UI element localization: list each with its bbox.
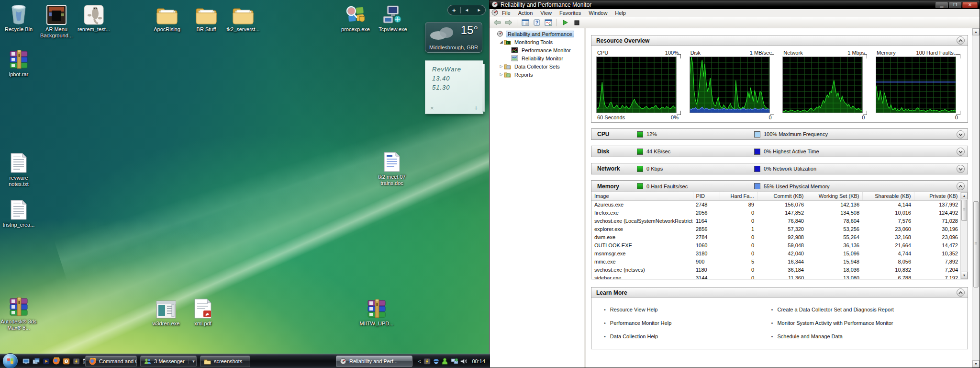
maximize-button[interactable]: ❐ (949, 2, 961, 8)
menu-file[interactable]: File (498, 10, 514, 16)
help-button[interactable]: ? (532, 18, 542, 27)
column-header[interactable]: PID (693, 192, 720, 200)
meter-bar-disk[interactable]: Disk 44 KB/sec 0% Highest Active Time (591, 146, 968, 157)
process-row[interactable]: svchost.exe (netsvcs)1180036,18418,03610… (591, 265, 961, 274)
menu-window[interactable]: Window (585, 10, 611, 16)
tree-expander[interactable]: ▷ (499, 64, 504, 69)
process-row[interactable]: OUTLOOK.EXE1060059,04836,13621,66414,472 (591, 241, 961, 249)
tray-winamp-icon[interactable] (423, 358, 431, 365)
desktop-icon-renrem-test[interactable]: renrem_test... (75, 3, 112, 33)
desktop-icon-tk2-serverst[interactable]: tk2_serverst... (224, 3, 262, 33)
desktop-icon-apocrising[interactable]: ApocRising (148, 3, 186, 33)
desktop-icon-tk2-meet-07-trains-doc[interactable]: tk2 meet 07 trains.doc (373, 150, 411, 186)
gadget-next-button[interactable]: ► (473, 8, 485, 12)
tray-buddy-icon[interactable] (442, 358, 449, 365)
taskbar-button-reliability-and-perf[interactable]: Reliability and Perf... (336, 356, 412, 367)
process-row[interactable]: Azureus.exe274889156,076142,1364,144137,… (591, 200, 961, 208)
tree-item-reliability-and-performance[interactable]: Reliability and Performance (490, 30, 584, 38)
desktop-icon-w3dren-exe[interactable]: w3dren.exe (147, 297, 185, 327)
tree-item-monitoring-tools[interactable]: ◢ Monitoring Tools (490, 38, 584, 46)
group-dropdown-arrow[interactable]: ▼ (189, 359, 196, 364)
console-tree-button[interactable] (521, 18, 530, 27)
column-header[interactable]: Commit (KB) (757, 192, 807, 200)
desktop-icon-xml-pdf[interactable]: xml.pdf (184, 297, 222, 327)
desktop-icon-miitw-upd[interactable]: MIITW_UPD... (358, 297, 395, 327)
desktop-icon-autodesk-3ds-max-8[interactable]: Autodesk® 3ds Max® 8... (0, 295, 37, 331)
stop-button[interactable] (572, 18, 581, 27)
gadget-add-button[interactable]: + (448, 7, 460, 14)
process-row[interactable]: mmc.exe900516,34415,9488,0567,892 (591, 257, 961, 265)
taskbar-button-3-messenger[interactable]: 3 Messenger ▼ (140, 356, 197, 367)
process-table[interactable]: ImagePIDHard Fa...Commit (KB)Working Set… (591, 192, 961, 279)
learn-more-link[interactable]: Resource View Help (604, 303, 771, 316)
note-close-button[interactable]: × (430, 104, 434, 112)
column-header[interactable]: Image (591, 192, 693, 200)
desktop-icon-ar-menu-background[interactable]: AR Menu Background... (38, 3, 75, 39)
pane-scrollbar[interactable]: ▲ ▼ (972, 28, 980, 368)
tree-item-data-collector-sets[interactable]: ▷ Data Collector Sets (490, 62, 584, 70)
console-window-button[interactable] (544, 18, 553, 27)
table-header-row[interactable]: ImagePIDHard Fa...Commit (KB)Working Set… (591, 192, 961, 200)
column-header[interactable]: Shareable (KB) (862, 192, 914, 200)
process-row[interactable]: svchost.exe (LocalSystemNetworkRestrict.… (591, 217, 961, 225)
expand-meter-button[interactable] (957, 165, 965, 173)
quicklaunch-show-desktop-icon[interactable] (22, 357, 30, 365)
weather-gadget[interactable]: 15° Middlesbrough, GBR (425, 22, 482, 53)
desktop-icon-br-stuff[interactable]: BR Stuff (188, 3, 225, 33)
gadget-prev-button[interactable]: ◄ (461, 8, 473, 12)
scroll-down-arrow[interactable]: ▼ (972, 360, 980, 368)
desktop-icon-revware-notes-txt[interactable]: revware notes.txt (0, 151, 37, 187)
quicklaunch-switch-windows-icon[interactable] (32, 357, 40, 365)
start-button[interactable] (2, 353, 18, 368)
tree-item-performance-monitor[interactable]: Performance Monitor (490, 46, 584, 54)
menu-favorites[interactable]: Favorites (556, 10, 585, 16)
meter-bar-network[interactable]: Network 0 Kbps 0% Network Utilization (591, 163, 968, 174)
close-button[interactable]: ✕ (962, 2, 978, 8)
tree-item-reliability-monitor[interactable]: Reliability Monitor (490, 54, 584, 62)
quicklaunch-winamp-icon[interactable] (72, 357, 80, 365)
process-row[interactable]: firefox.exe20560147,852134,50810,016124,… (591, 208, 961, 217)
expand-meter-button[interactable] (957, 130, 965, 138)
note-add-button[interactable]: + (474, 104, 478, 112)
scroll-down-arrow[interactable]: ▼ (961, 272, 968, 279)
tray-volume-icon[interactable] (460, 358, 467, 365)
tree-expander[interactable]: ▷ (499, 72, 504, 77)
sticky-note-gadget[interactable]: RevWare13.4051.30 × + (425, 60, 483, 114)
desktop-icon-ipbot-rar[interactable]: ipbot.rar (0, 48, 37, 78)
taskbar-button-screenshots[interactable]: screenshots (200, 356, 250, 367)
forward-button[interactable] (504, 18, 513, 27)
quicklaunch-media-player-icon[interactable] (42, 357, 50, 365)
scroll-thumb[interactable] (961, 200, 967, 221)
back-button[interactable] (492, 18, 502, 27)
quicklaunch-scheduler-icon[interactable] (62, 357, 70, 365)
desktop-icon-tristrip-crea[interactable]: tristrip_crea... (0, 198, 37, 228)
desktop-icon-recycle-bin[interactable]: Recycle Bin (0, 3, 37, 33)
learn-more-link[interactable]: Performance Monitor Help (604, 316, 771, 330)
scroll-up-arrow[interactable]: ▲ (972, 28, 980, 35)
gadget-controls[interactable]: + ◄ ► (447, 5, 486, 15)
tray-msn-icon[interactable] (433, 358, 440, 365)
learn-more-link[interactable]: Data Collection Help (604, 330, 771, 343)
desktop-icon-tcpview-exe[interactable]: Tcpview.exe (374, 3, 412, 33)
tray-network-icon[interactable] (451, 358, 458, 365)
process-row[interactable]: msnmsgr.exe3180042,04015,0964,74410,352 (591, 249, 961, 257)
quicklaunch-firefox-icon[interactable] (52, 357, 60, 365)
run-button[interactable] (560, 18, 570, 27)
meter-bar-memory[interactable]: Memory 0 Hard Faults/sec 55% Used Physic… (591, 181, 968, 192)
column-header[interactable]: Private (KB) (914, 192, 961, 200)
tray-expand-chevron[interactable]: < (418, 359, 421, 364)
scroll-thumb[interactable] (973, 201, 979, 288)
table-scrollbar[interactable]: ▲ ▼ (960, 192, 968, 279)
expand-meter-button[interactable] (957, 148, 965, 156)
collapse-section-button[interactable] (957, 36, 965, 45)
expand-meter-button[interactable] (957, 182, 965, 190)
process-row[interactable]: dwm.exe2784092,98855,26432,16823,096 (591, 233, 961, 241)
menu-help[interactable]: Help (611, 10, 630, 16)
menu-view[interactable]: View (536, 10, 556, 16)
collapse-section-button[interactable] (957, 288, 965, 297)
menu-action[interactable]: Action (514, 10, 537, 16)
title-bar[interactable]: Reliability and Performance Monitor ▁ ❐ … (490, 0, 980, 9)
learn-more-link[interactable]: Monitor System Activity with Performance… (771, 316, 939, 330)
desktop-icon-procexp-exe[interactable]: procexp.exe (337, 3, 374, 33)
scroll-up-arrow[interactable]: ▲ (961, 192, 968, 199)
